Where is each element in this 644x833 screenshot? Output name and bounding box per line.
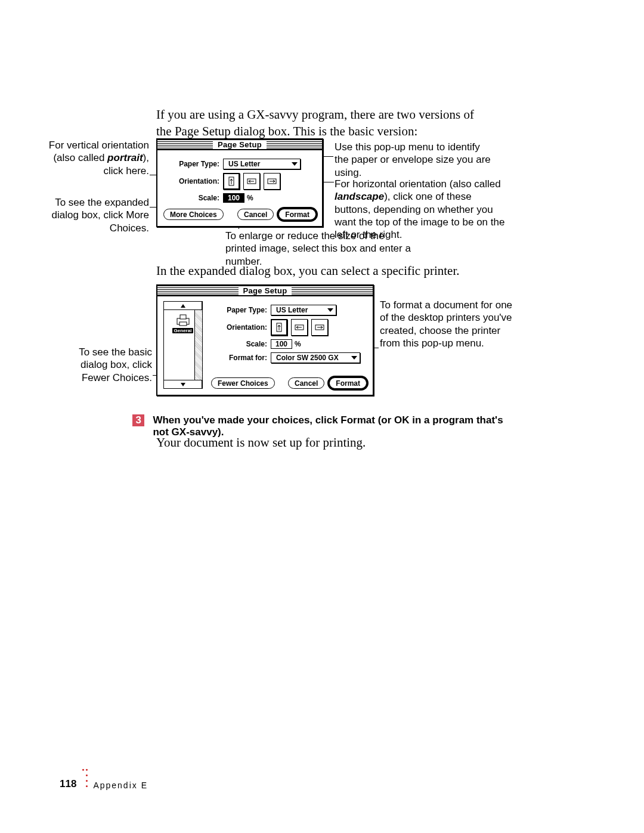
landscape-right-icon	[314, 322, 325, 333]
orientation-landscape-left-button[interactable]	[243, 173, 260, 190]
outro-paragraph: Your document is now set up for printing…	[156, 434, 490, 451]
paper-type-label: Paper Type:	[211, 306, 271, 314]
scale-input[interactable]: 100	[223, 193, 244, 203]
step-number-badge: 3	[132, 414, 144, 426]
format-button[interactable]: Format	[329, 377, 367, 389]
category-list[interactable]: General	[163, 301, 203, 389]
paper-type-value: US Letter	[276, 306, 308, 314]
chevron-down-icon	[292, 162, 298, 166]
callout-fewer-choices: To see the basic dialog box, click Fewer…	[60, 346, 152, 384]
more-choices-button[interactable]: More Choices	[163, 209, 224, 220]
page-number: 118	[60, 778, 76, 790]
scroll-down-icon[interactable]	[164, 380, 202, 388]
orientation-label: Orientation:	[211, 323, 271, 332]
chevron-down-icon	[181, 383, 185, 386]
callout-more-choices: To see the expanded dialog box, click Mo…	[36, 196, 149, 234]
orientation-portrait-button[interactable]	[271, 319, 287, 336]
list-item-label: General	[172, 328, 194, 333]
paper-type-popup[interactable]: US Letter	[271, 305, 336, 315]
orientation-label: Orientation:	[163, 177, 223, 185]
portrait-icon	[226, 176, 237, 187]
orientation-landscape-left-button[interactable]	[291, 319, 308, 336]
orientation-portrait-button[interactable]	[223, 173, 240, 190]
svg-rect-5	[179, 322, 187, 326]
orientation-landscape-right-button[interactable]	[264, 173, 280, 190]
chevron-down-icon	[351, 356, 357, 360]
dialog-title: Page Setup	[239, 286, 292, 295]
callout-format-for: To format a document for one of the desk…	[380, 299, 517, 349]
scale-unit: %	[247, 194, 253, 202]
page-setup-dialog-expanded: Page Setup General Paper Type:	[156, 284, 374, 396]
landscape-right-icon	[267, 176, 277, 187]
scale-label: Scale:	[163, 194, 223, 202]
text-em: portrait	[107, 152, 143, 163]
intro-paragraph: If you are using a GX-savvy program, the…	[156, 106, 490, 140]
fewer-choices-button[interactable]: Fewer Choices	[211, 377, 275, 389]
section-label: Appendix E	[93, 781, 148, 790]
format-for-label: Format for:	[211, 354, 271, 362]
scrollbar-track[interactable]	[194, 310, 202, 380]
decorative-dots: • • • • •	[81, 769, 88, 790]
paper-type-value: US Letter	[228, 160, 260, 168]
callout-portrait: For vertical orientation (also called po…	[48, 139, 149, 177]
page-setup-dialog-basic: Page Setup Paper Type: US Letter Orienta…	[156, 138, 323, 227]
landscape-left-icon	[246, 176, 257, 187]
chevron-down-icon	[327, 308, 333, 312]
dialog-titlebar: Page Setup	[157, 286, 373, 296]
format-button[interactable]: Format	[278, 209, 316, 220]
orientation-landscape-right-button[interactable]	[311, 319, 328, 336]
page-footer: 118 • • • • • Appendix E	[60, 769, 148, 790]
paper-type-label: Paper Type:	[163, 160, 223, 168]
text: For horizontal orientation (also called	[335, 178, 501, 190]
portrait-icon	[274, 322, 284, 333]
scale-label: Scale:	[211, 340, 271, 348]
landscape-left-icon	[294, 322, 305, 333]
svg-rect-4	[180, 315, 186, 319]
scale-unit: %	[295, 340, 301, 348]
dialog-titlebar: Page Setup	[157, 140, 322, 150]
scale-input[interactable]: 100	[271, 339, 292, 349]
mid-paragraph: In the expanded dialog box, you can sele…	[156, 262, 490, 279]
text-em: landscape	[335, 191, 384, 202]
format-for-popup[interactable]: Color SW 2500 GX	[271, 352, 360, 363]
cancel-button[interactable]: Cancel	[288, 377, 324, 389]
dialog-title: Page Setup	[213, 140, 267, 149]
paper-type-popup[interactable]: US Letter	[223, 159, 301, 169]
format-for-value: Color SW 2500 GX	[276, 354, 339, 362]
cancel-button[interactable]: Cancel	[237, 209, 274, 220]
chevron-up-icon	[181, 304, 185, 308]
callout-paper-popup: Use this pop-up menu to identify the pap…	[335, 141, 496, 179]
scroll-up-icon[interactable]	[164, 302, 202, 310]
printer-icon	[175, 314, 191, 327]
